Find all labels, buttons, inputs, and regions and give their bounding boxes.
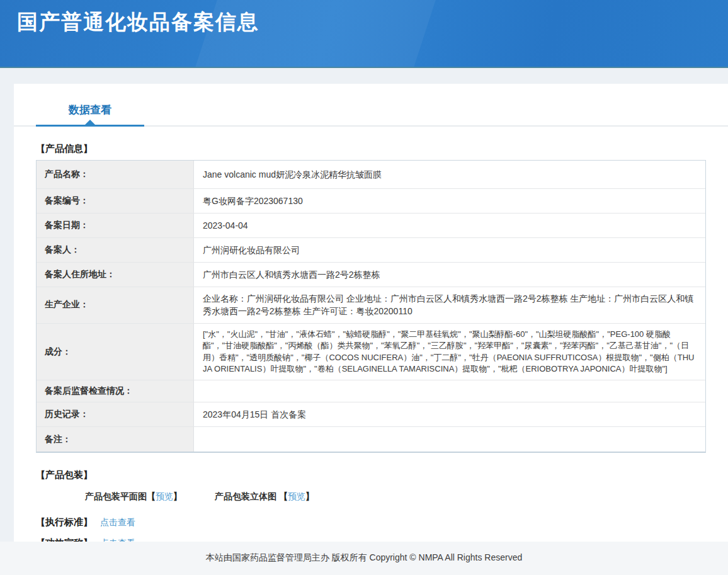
section-heading-product-packaging: 【产品包装】 [36,469,728,481]
bracket-open: 【 [147,491,156,501]
packaging-preview-line: 产品包装平面图【预览】 产品包装立体图 【预览】 [85,491,728,503]
table-row-filer-address: 备案人住所地址： 广州市白云区人和镇秀水塘西一路2号2栋整栋 [37,263,705,287]
packaging-flat-preview-link[interactable]: 预览 [156,491,173,501]
row-value: 粤G妆网备字2023067130 [194,189,705,213]
page-title: 国产普通化妆品备案信息 [0,0,728,37]
execution-standard-row: 【执行标准】 点击查看 [36,516,728,528]
content-card: 数据查看 【产品信息】 产品名称： Jane volcanic mud妍泥冷泉冰… [14,84,728,575]
bracket-open: 【 [279,491,288,501]
product-info-table: 产品名称： Jane volcanic mud妍泥冷泉冰泥精华抗皱面膜 备案编号… [36,160,706,453]
row-label: 备案人： [37,238,194,262]
table-row-filing-date: 备案日期： 2023-04-04 [37,213,705,238]
table-row-manufacturer: 生产企业： 企业名称：广州润研化妆品有限公司 企业地址：广州市白云区人和镇秀水塘… [37,287,705,324]
bracket-close: 】 [305,491,314,501]
tab-data-view-label: 数据查看 [69,104,111,116]
table-row-filing-number: 备案编号： 粤G妆网备字2023067130 [37,189,705,213]
packaging-stereo-item: 产品包装立体图 【预览】 [215,491,314,503]
table-row-remarks: 备注： [37,427,705,452]
row-label: 备案日期： [37,213,194,237]
row-label: 备注： [37,427,194,452]
row-value [194,427,705,452]
row-label: 生产企业： [37,287,194,323]
copyright-text: 本站由国家药品监督管理局主办 版权所有 Copyright © NMPA All… [206,552,522,562]
tab-data-view[interactable]: 数据查看 [36,96,144,127]
row-label: 备案人住所地址： [37,263,194,287]
row-value: ["水"，"火山泥"，"甘油"，"液体石蜡"，"鲸蜡硬脂醇"，"聚二甲基硅氧烷"… [194,324,705,380]
row-value: 2023年04月15日 首次备案 [194,402,705,426]
row-label: 备案编号： [37,189,194,213]
table-row-filer: 备案人： 广州润研化妆品有限公司 [37,238,705,263]
bracket-close: 】 [173,491,182,501]
row-value: 广州润研化妆品有限公司 [194,238,705,262]
row-value: 2023-04-04 [194,213,705,237]
table-row-ingredients: 成分： ["水"，"火山泥"，"甘油"，"液体石蜡"，"鲸蜡硬脂醇"，"聚二甲基… [37,324,705,381]
table-row-product-name: 产品名称： Jane volcanic mud妍泥冷泉冰泥精华抗皱面膜 [37,161,705,189]
table-row-supervision-check: 备案后监督检查情况： [37,380,705,402]
table-row-history: 历史记录： 2023年04月15日 首次备案 [37,402,705,427]
row-value: 企业名称：广州润研化妆品有限公司 企业地址：广州市白云区人和镇秀水塘西一路2号2… [194,287,705,323]
row-label: 历史记录： [37,402,194,426]
tab-bar: 数据查看 [14,84,728,127]
packaging-stereo-label: 产品包装立体图 [215,491,276,501]
packaging-flat-label: 产品包装平面图 [85,491,147,501]
page: 国产普通化妆品备案信息 数据查看 【产品信息】 产品名称： Jane volca… [0,0,728,575]
row-label: 成分： [37,324,194,380]
packaging-stereo-preview-link[interactable]: 预览 [288,491,305,501]
section-heading-execution-standard: 【执行标准】 [36,516,93,528]
row-value [194,380,705,402]
row-value: 广州市白云区人和镇秀水塘西一路2号2栋整栋 [194,263,705,287]
section-heading-product-info: 【产品信息】 [36,143,728,155]
packaging-flat-item: 产品包装平面图【预览】 [85,491,182,503]
row-label: 产品名称： [37,161,194,188]
row-value: Jane volcanic mud妍泥冷泉冰泥精华抗皱面膜 [194,161,705,188]
execution-standard-view-link[interactable]: 点击查看 [100,517,135,528]
page-header: 国产普通化妆品备案信息 [0,0,728,68]
tab-active-indicator-icon [85,120,95,125]
row-label: 备案后监督检查情况： [37,380,194,402]
page-footer: 本站由国家药品监督管理局主办 版权所有 Copyright © NMPA All… [0,542,728,575]
